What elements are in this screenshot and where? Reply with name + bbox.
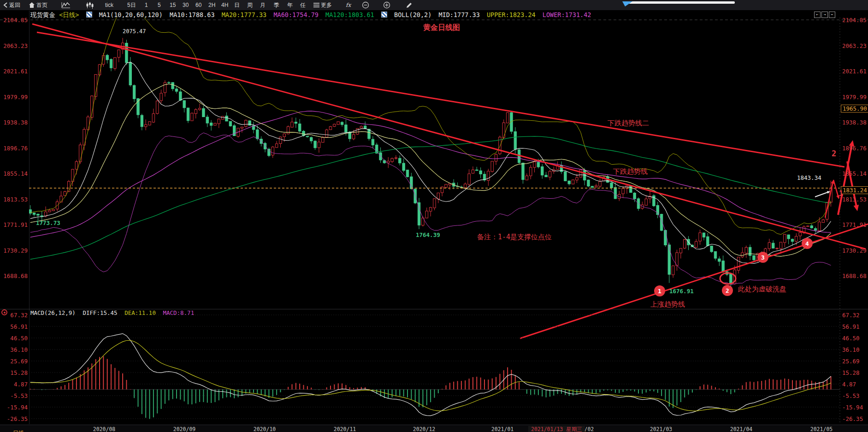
macd-diff-value: DIFF:15.45 [83, 309, 117, 316]
price-axis-right-label: 2104.85 [842, 17, 867, 24]
price-axis-left-label: 2104.85 [1, 17, 28, 24]
price-axis-right-label: 2063.23 [842, 42, 867, 49]
home-button-label: 首页 [36, 0, 47, 10]
period-2h-button-label: 2H [208, 0, 215, 10]
macd-axis-left-label: -26.35 [1, 415, 28, 422]
date-tick-label: 2020/09 [173, 426, 195, 432]
period-4h-button[interactable]: 4H [221, 0, 228, 10]
period-quarter-button-label: 季 [274, 0, 279, 10]
price-marker: 1965.90 [841, 105, 868, 112]
wave-2-label: 2 [832, 149, 836, 158]
macd-indicator-dot-icon[interactable] [1, 309, 7, 315]
compress-right-icon[interactable]: ⇥ [821, 12, 828, 18]
period-1m-button[interactable]: 1 [145, 0, 148, 10]
date-tick-label: 2021/03 [650, 426, 672, 432]
macd-plot [30, 334, 831, 419]
period-5d-button[interactable]: 5日 [127, 0, 136, 10]
boll-indicator-icon[interactable] [381, 12, 387, 18]
period-week-button[interactable]: 周 [247, 0, 253, 10]
macd-axis-right-label: 25.69 [842, 358, 860, 365]
line-chart-icon [61, 2, 71, 9]
peak-price-label: 2075.47 [123, 28, 146, 35]
high-label: 1843.34 [797, 174, 821, 181]
macd-header: MACD(26,12,9) DIFF:15.45 DEA:11.10 MACD:… [30, 309, 198, 316]
svg-text:4: 4 [805, 240, 809, 247]
cursor-tooltip-strip [622, 0, 735, 3]
toolbar: 返回首页tick5日151530602H4H日周月季年任更多fx [0, 0, 868, 11]
chart-legend: 现货黄金 <日线> MA1(10,20,60,120) MA10:1788.63… [30, 11, 594, 18]
ma-indicator-icon[interactable] [86, 12, 92, 18]
svg-text:2: 2 [726, 287, 729, 294]
period-month-button[interactable]: 月 [260, 0, 266, 10]
chart-title: 黄金日线图 [423, 23, 460, 33]
price-marker: 1831.24 [841, 186, 868, 194]
uptrend-line [520, 224, 868, 338]
macd-axis-right-label: -15.94 [842, 404, 863, 411]
period-5m-button[interactable]: 5 [158, 0, 161, 10]
date-tick-label: 2021/04 [730, 426, 752, 432]
back-button[interactable]: 返回 [3, 0, 20, 10]
more-button[interactable]: 更多 [313, 0, 332, 10]
zoom-in-button[interactable] [383, 0, 390, 10]
svg-text:3: 3 [761, 254, 765, 261]
period-custom-button[interactable]: 任 [300, 0, 306, 10]
price-axis-right-label: 1979.99 [842, 94, 867, 101]
macd-axis-left-label: -5.53 [1, 392, 28, 399]
period-5d-button-label: 5日 [127, 0, 136, 10]
period-15m-button-label: 15 [170, 0, 176, 10]
tick-button[interactable]: tick [105, 0, 113, 10]
price-axis-left-label: 2063.23 [1, 42, 28, 49]
period-quarter-button[interactable]: 季 [274, 0, 279, 10]
symbol-period: <日线> [59, 11, 79, 18]
main-candlestick-chart[interactable]: 1234 [0, 0, 868, 432]
timeline-chart-button[interactable] [61, 0, 71, 10]
tick-button-label: tick [105, 0, 113, 10]
price-axis-right-label: 1771.91 [842, 221, 867, 228]
macd-axis-right-label: 36.10 [842, 346, 860, 353]
fx-button[interactable]: fx [346, 0, 351, 10]
period-week-button-label: 周 [247, 0, 253, 10]
date-tick-label: 2020/12 [413, 426, 435, 432]
zoom-out-button[interactable] [362, 0, 369, 10]
period-30m-button[interactable]: 30 [183, 0, 189, 10]
low-label-3: 1676.91 [669, 288, 694, 295]
wave-1-label: 1 [839, 189, 843, 198]
price-axis-left-label: 1896.76 [1, 145, 28, 152]
downtrend-line-label: 下跌趋势线 [613, 167, 648, 176]
date-tick-label: 2021/01 [491, 426, 514, 432]
macd-axis-right-label: 46.50 [842, 335, 860, 342]
period-day-button-label: 日 [234, 0, 240, 10]
macd-axis-right-label: -5.53 [842, 392, 860, 399]
price-axis-left-label: 1938.38 [1, 119, 28, 126]
date-tick-label: 2020/08 [93, 426, 115, 432]
period-5m-button-label: 5 [158, 0, 161, 10]
low-label-2: 1764.39 [416, 231, 440, 238]
macd-axis-right-label: 15.28 [842, 369, 860, 376]
period-2h-button[interactable]: 2H [208, 0, 215, 10]
period-day-button[interactable]: 日 [234, 0, 240, 10]
date-tick-label: 2021/05 [810, 426, 833, 432]
fx-button-label: fx [346, 0, 351, 10]
big-up-arrow [838, 145, 852, 215]
kline-chart-button[interactable] [86, 0, 94, 10]
macd-axis-left-label: 25.69 [1, 358, 28, 365]
period-60m-button[interactable]: 60 [195, 0, 201, 10]
false-break-label: 此处为虚破洗盘 [738, 285, 786, 294]
macd-axis-right-label: 4.87 [842, 381, 856, 388]
boll-mid-value: MID:1777.33 [438, 11, 479, 18]
white-target-arrow [815, 192, 828, 197]
period-15m-button[interactable]: 15 [170, 0, 176, 10]
price-axis-right-label: 1855.14 [842, 170, 867, 177]
date-tick-label: 2020/10 [254, 426, 276, 432]
home-button[interactable]: 首页 [29, 0, 47, 10]
cursor-icon [622, 1, 735, 7]
price-axis-left-label: 1855.14 [1, 170, 28, 177]
date-tick-label: 2020/11 [334, 426, 356, 432]
fit-width-icon[interactable]: ↔ [829, 12, 835, 18]
period-year-button[interactable]: 年 [287, 0, 293, 10]
draw-button[interactable] [406, 0, 413, 10]
period-year-button-label: 年 [287, 0, 293, 10]
corner-period-label[interactable]: 日线 [13, 429, 24, 432]
compress-left-icon[interactable]: ⇤ [814, 12, 821, 18]
price-axis-right-label: 1688.68 [842, 272, 867, 279]
